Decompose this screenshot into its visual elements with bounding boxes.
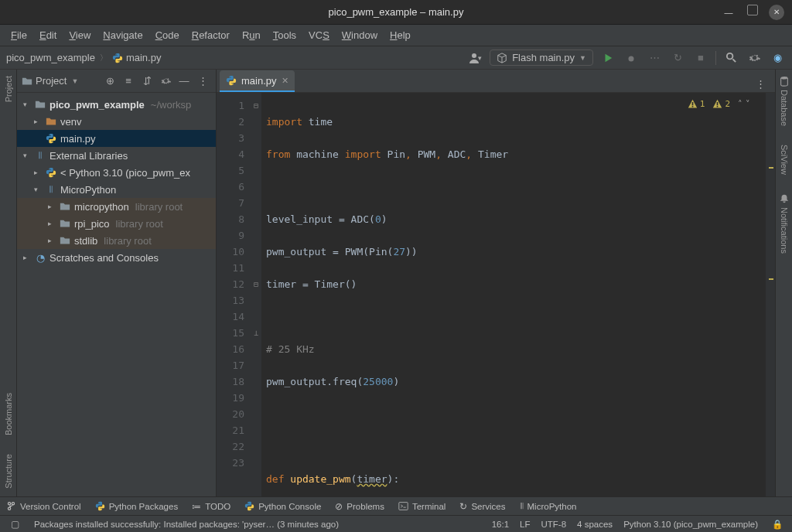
menu-window[interactable]: Window [337, 28, 382, 43]
code-text[interactable]: import time from machine import Pin, PWM… [261, 93, 766, 496]
tree-mainpy[interactable]: main.py [17, 130, 216, 147]
menu-view[interactable]: View [64, 28, 95, 43]
tree-mp-lib[interactable]: ▸ micropythonlibrary root [17, 198, 216, 215]
status-message[interactable]: Packages installed successfully: Install… [34, 520, 481, 529]
error-stripe[interactable] [766, 93, 775, 496]
strip-project[interactable]: Project [4, 76, 13, 102]
tab-terminal[interactable]: Terminal [398, 501, 446, 511]
tree-rpi[interactable]: ▸ rpi_picolibrary root [17, 215, 216, 232]
next-highlight-icon[interactable]: ˅ [746, 99, 750, 109]
menu-tools[interactable]: Tools [268, 28, 301, 43]
close-button[interactable] [769, 5, 784, 20]
hide-panel-icon[interactable]: — [176, 73, 193, 90]
status-bar: ▢ Packages installed successfully: Insta… [0, 515, 792, 532]
inspection-summary[interactable]: 1 2 ˄˅ [688, 99, 750, 109]
tab-close-icon[interactable]: ✕ [282, 76, 288, 86]
maximize-button[interactable] [747, 5, 758, 15]
run-button[interactable] [599, 49, 616, 66]
window-title: pico_pwm_example – main.py [329, 6, 464, 18]
tab-mainpy[interactable]: main.py ✕ [220, 70, 295, 92]
stop-button[interactable]: ■ [692, 49, 709, 66]
tab-version-control[interactable]: Version Control [6, 501, 81, 511]
code-area[interactable]: 1 2 ˄˅ 123456789101112131415161718192021… [217, 93, 775, 496]
tree-scratches[interactable]: ▸◔ Scratches and Consoles [17, 249, 216, 266]
project-panel: Project ▼ ⊕ ≡ ⇵ — ⋮ ▾ pico_pwm_example~/… [17, 70, 217, 496]
chevron-right-icon: 〉 [100, 53, 108, 63]
strip-structure[interactable]: Structure [4, 454, 13, 489]
tree-external-libs[interactable]: ▾⫴ External Libraries [17, 147, 216, 164]
status-encoding[interactable]: UTF-8 [541, 520, 567, 529]
ide-logo-icon[interactable]: ◉ [769, 49, 786, 66]
status-interpreter[interactable]: Python 3.10 (pico_pwm_example) [623, 520, 758, 529]
add-user-icon[interactable]: ▾ [466, 49, 483, 66]
titlebar: pico_pwm_example – main.py [0, 0, 792, 25]
bottom-tool-tabs: Version Control Python Packages ≔ TODO P… [0, 496, 792, 515]
breadcrumb-project[interactable]: pico_pwm_example [6, 52, 95, 63]
tab-services[interactable]: ↻ Services [459, 501, 505, 512]
minimize-button[interactable] [721, 5, 736, 20]
tab-python-console[interactable]: Python Console [244, 501, 321, 511]
menu-run[interactable]: Run [237, 28, 265, 43]
python-icon [112, 53, 123, 63]
status-line-sep[interactable]: LF [520, 520, 530, 529]
strip-bookmarks[interactable]: Bookmarks [4, 393, 13, 435]
debug-button[interactable] [623, 49, 640, 66]
menu-code[interactable]: Code [151, 28, 184, 43]
tab-menu-icon[interactable]: ⋮ [752, 75, 769, 92]
collapse-all-icon[interactable]: ⇵ [138, 73, 155, 90]
menubar: File Edit View Navigate Code Refactor Ru… [0, 25, 792, 46]
run-config-selector[interactable]: Flash main.py ▼ [490, 49, 593, 66]
status-indent[interactable]: 4 spaces [577, 520, 613, 529]
right-tool-strip: Database SciView Notifications [775, 70, 792, 496]
panel-settings-icon[interactable] [157, 73, 174, 90]
panel-menu-icon[interactable]: ⋮ [194, 73, 211, 90]
menu-edit[interactable]: Edit [35, 28, 61, 43]
strip-notifications[interactable]: Notifications [779, 193, 790, 254]
menu-refactor[interactable]: Refactor [187, 28, 234, 43]
toolbar: pico_pwm_example 〉 main.py ▾ Flash main.… [0, 46, 792, 70]
tree-venv[interactable]: ▸ venv [17, 113, 216, 130]
left-tool-strip: Project Bookmarks Structure [0, 70, 17, 496]
python-icon [226, 75, 237, 86]
settings-button[interactable] [746, 49, 763, 66]
warning-icon [688, 99, 698, 109]
tree-stdlib[interactable]: ▸ stdliblibrary root [17, 232, 216, 249]
tab-micropython[interactable]: ⫴ MicroPython [520, 501, 577, 511]
status-lock-icon[interactable]: 🔒 [769, 516, 786, 533]
tree-micropython[interactable]: ▾⫴ MicroPython [17, 181, 216, 198]
tree-python310[interactable]: ▸ < Python 3.10 (pico_pwm_ex [17, 164, 216, 181]
fold-gutter[interactable]: ⊟ ⊟ ⊥ [251, 93, 261, 496]
menu-vcs[interactable]: VCS [304, 28, 334, 43]
editor-tabs: main.py ✕ ⋮ [217, 70, 775, 93]
locate-icon[interactable]: ⊕ [101, 73, 118, 90]
expand-all-icon[interactable]: ≡ [120, 73, 137, 90]
line-gutter[interactable]: 1234567891011121314151617181920212223 [217, 93, 251, 496]
menu-file[interactable]: File [6, 28, 32, 43]
tab-problems[interactable]: ⊘ Problems [335, 501, 384, 512]
prev-highlight-icon[interactable]: ˄ [738, 99, 742, 109]
more-run-icon[interactable]: ⋯ [646, 49, 663, 66]
menu-help[interactable]: Help [385, 28, 415, 43]
strip-sciview[interactable]: SciView [780, 145, 789, 175]
editor: main.py ✕ ⋮ 1 2 ˄˅ 123456789101112131415… [217, 70, 775, 496]
breadcrumb-file[interactable]: main.py [112, 52, 162, 63]
tab-python-packages[interactable]: Python Packages [95, 501, 179, 511]
tab-todo[interactable]: ≔ TODO [192, 501, 230, 512]
rerun-button[interactable]: ↻ [669, 49, 686, 66]
menu-navigate[interactable]: Navigate [98, 28, 147, 43]
warning-icon [712, 99, 722, 109]
search-everywhere-button[interactable] [722, 49, 739, 66]
project-panel-title[interactable]: Project ▼ [22, 75, 97, 87]
tree-root[interactable]: ▾ pico_pwm_example~/worksp [17, 96, 216, 113]
status-position[interactable]: 16:1 [492, 520, 509, 529]
run-config-icon [497, 53, 507, 63]
tool-windows-toggle[interactable]: ▢ [6, 516, 23, 533]
strip-database[interactable]: Database [779, 76, 790, 126]
project-icon [22, 76, 32, 87]
